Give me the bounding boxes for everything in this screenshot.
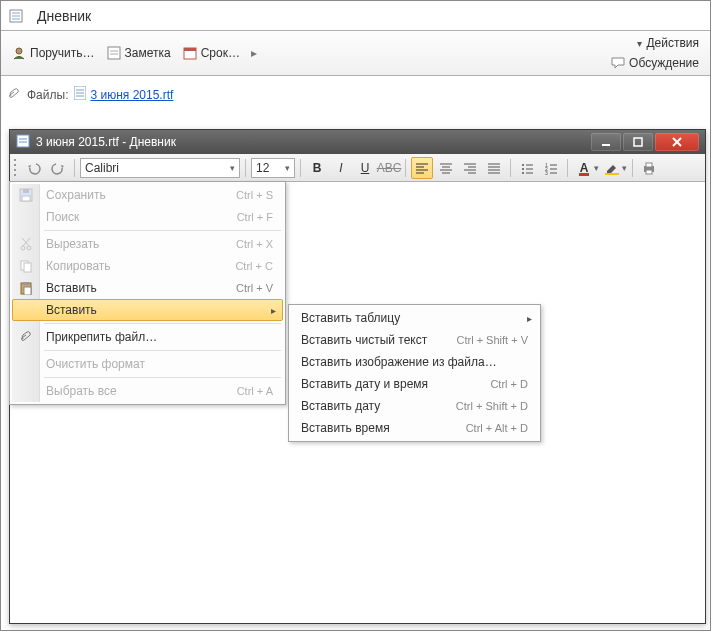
menu-item-shortcut: Ctrl + X	[236, 238, 273, 250]
dropdown-arrow-icon: ▾	[285, 163, 290, 173]
svg-rect-18	[634, 138, 642, 146]
actions-label: Действия	[646, 36, 699, 50]
svg-rect-5	[108, 47, 120, 59]
menu-item: Очистить формат	[12, 353, 283, 375]
save-icon	[18, 187, 34, 203]
file-name: 3 июня 2015.rtf	[90, 88, 173, 102]
menu-item-shortcut: Ctrl + Shift + D	[456, 400, 528, 412]
svg-line-60	[22, 238, 29, 246]
svg-point-41	[522, 172, 524, 174]
bullet-list-button[interactable]	[516, 157, 538, 179]
assign-button[interactable]: Поручить…	[7, 44, 100, 62]
menu-item-shortcut: Ctrl + D	[490, 378, 528, 390]
menu-item-label: Поиск	[46, 210, 253, 224]
menu-item: Выбрать всеCtrl + A	[12, 380, 283, 402]
svg-rect-49	[579, 173, 589, 176]
discussion-button[interactable]: Обсуждение	[606, 54, 704, 72]
dropdown-arrow-icon[interactable]: ▾	[594, 163, 599, 173]
menu-item: ПоискCtrl + F	[12, 206, 283, 228]
highlight-color-button[interactable]	[601, 157, 623, 179]
menu-item[interactable]: Прикрепить файл…	[12, 326, 283, 348]
bold-button[interactable]: B	[306, 157, 328, 179]
align-center-button[interactable]	[435, 157, 457, 179]
text-color-button[interactable]: A	[573, 157, 595, 179]
svg-rect-53	[646, 170, 652, 174]
menu-item[interactable]: Вставить▸	[12, 299, 283, 321]
note-icon	[107, 46, 121, 60]
deadline-button[interactable]: Срок…	[178, 44, 245, 62]
window-minimize-button[interactable]	[591, 133, 621, 151]
window-maximize-button[interactable]	[623, 133, 653, 151]
window-close-button[interactable]	[655, 133, 699, 151]
attach-icon	[18, 329, 34, 345]
submenu-arrow-icon: ▸	[527, 313, 532, 324]
align-justify-button[interactable]	[483, 157, 505, 179]
svg-rect-52	[646, 163, 652, 167]
menu-item-shortcut: Ctrl + S	[236, 189, 273, 201]
align-right-button[interactable]	[459, 157, 481, 179]
italic-button[interactable]: I	[330, 157, 352, 179]
undo-button[interactable]	[23, 157, 45, 179]
svg-rect-14	[17, 135, 29, 147]
diary-icon	[9, 9, 23, 23]
align-left-button[interactable]	[411, 157, 433, 179]
svg-point-58	[27, 246, 31, 250]
chevron-right-icon[interactable]: ▸	[251, 46, 257, 60]
editor-title: 3 июня 2015.rtf - Дневник	[36, 135, 176, 149]
redo-button[interactable]	[47, 157, 69, 179]
svg-point-4	[16, 48, 22, 54]
file-link[interactable]: 3 июня 2015.rtf	[74, 86, 173, 103]
font-select[interactable]: Calibri ▾	[80, 158, 240, 178]
menu-item-shortcut: Ctrl + Shift + V	[456, 334, 528, 346]
context-menu-edit: СохранитьCtrl + SПоискCtrl + FВырезатьCt…	[9, 181, 286, 405]
menu-item[interactable]: Вставить таблицу▸	[291, 307, 538, 329]
discussion-label: Обсуждение	[629, 56, 699, 70]
underline-button[interactable]: U	[354, 157, 376, 179]
submenu-insert: Вставить таблицу▸Вставить чистый текстCt…	[288, 304, 541, 442]
menu-item[interactable]: Вставить чистый текстCtrl + Shift + V	[291, 329, 538, 351]
numbered-list-button[interactable]: 123	[540, 157, 562, 179]
paste-icon	[18, 280, 34, 296]
calendar-icon	[183, 46, 197, 60]
strike-button[interactable]: ABC	[378, 157, 400, 179]
menu-item: ВырезатьCtrl + X	[12, 233, 283, 255]
speech-icon	[611, 56, 625, 70]
dropdown-arrow-icon[interactable]: ▾	[622, 163, 627, 173]
copy-icon	[18, 258, 34, 274]
menu-item-label: Вставить дату и время	[301, 377, 508, 391]
menu-item-label: Копировать	[46, 259, 253, 273]
svg-rect-50	[605, 173, 619, 175]
cut-icon	[18, 236, 34, 252]
menu-item[interactable]: Вставить времяCtrl + Alt + D	[291, 417, 538, 439]
toolbar-grip[interactable]	[14, 159, 19, 177]
dropdown-arrow-icon: ▾	[637, 38, 642, 49]
submenu-arrow-icon: ▸	[271, 305, 276, 316]
page-title: Дневник	[37, 8, 91, 24]
svg-point-39	[522, 168, 524, 170]
menu-item-label: Вставить	[46, 303, 253, 317]
menu-item-label: Выбрать все	[46, 384, 253, 398]
svg-text:3: 3	[545, 170, 548, 175]
user-icon	[12, 46, 26, 60]
note-button[interactable]: Заметка	[102, 44, 176, 62]
note-label: Заметка	[125, 46, 171, 60]
menu-item[interactable]: Вставить изображение из файла…	[291, 351, 538, 373]
menu-item[interactable]: ВставитьCtrl + V	[12, 277, 283, 299]
font-name: Calibri	[85, 161, 119, 175]
menu-item-label: Вырезать	[46, 237, 253, 251]
menu-item-label: Вставить	[46, 281, 253, 295]
svg-rect-55	[22, 196, 30, 201]
menu-item[interactable]: Вставить датуCtrl + Shift + D	[291, 395, 538, 417]
size-select[interactable]: 12 ▾	[251, 158, 295, 178]
menu-item[interactable]: Вставить дату и времяCtrl + D	[291, 373, 538, 395]
print-button[interactable]	[638, 157, 660, 179]
assign-label: Поручить…	[30, 46, 95, 60]
svg-line-59	[23, 238, 30, 246]
menu-item-shortcut: Ctrl + C	[235, 260, 273, 272]
svg-rect-9	[184, 48, 196, 51]
actions-button[interactable]: ▾ Действия	[632, 34, 704, 52]
menu-item: СохранитьCtrl + S	[12, 184, 283, 206]
svg-point-57	[21, 246, 25, 250]
files-label: Файлы:	[27, 88, 68, 102]
svg-rect-65	[24, 287, 31, 295]
